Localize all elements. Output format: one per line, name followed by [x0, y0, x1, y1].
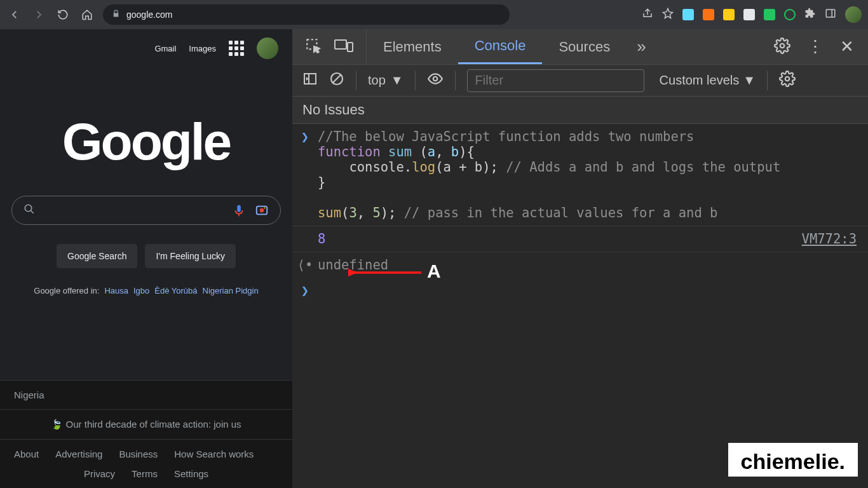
- lens-search-icon[interactable]: [255, 203, 269, 217]
- climate-link[interactable]: Our third decade of climate action: join…: [66, 419, 241, 430]
- svg-rect-9: [348, 43, 353, 51]
- clear-console-icon[interactable]: [329, 71, 344, 90]
- console-body: ❯ //The below JavaScript function adds t…: [292, 124, 868, 488]
- reload-button[interactable]: [55, 6, 71, 23]
- svg-line-14: [333, 75, 341, 83]
- browser-bar: google.com: [0, 0, 868, 29]
- footer-region: Nigeria: [0, 380, 292, 409]
- svg-point-2: [25, 205, 32, 212]
- leaf-icon: 🍃: [51, 419, 63, 430]
- back-button[interactable]: [6, 6, 23, 23]
- search-box[interactable]: [11, 196, 281, 225]
- lang-link-2[interactable]: Èdè Yorùbá: [154, 286, 197, 295]
- watermark: chiemelie.: [728, 443, 858, 477]
- extension-icon-3[interactable]: [723, 9, 735, 20]
- svg-line-3: [31, 210, 34, 214]
- extension-icon-2[interactable]: [703, 9, 714, 20]
- offered-languages: Google offered in: Hausa Igbo Èdè Yorùbá…: [0, 286, 292, 295]
- tab-console[interactable]: Console: [458, 29, 543, 64]
- gmail-link[interactable]: Gmail: [154, 44, 176, 53]
- extension-icon-1[interactable]: [682, 9, 694, 20]
- google-page: Gmail Images Google Google Search I'm Fe: [0, 29, 292, 488]
- devtools-settings-icon[interactable]: [774, 37, 790, 57]
- footer-settings[interactable]: Settings: [174, 468, 208, 479]
- google-search-button[interactable]: Google Search: [57, 244, 137, 268]
- log-levels-selector[interactable]: Custom levels ▼: [660, 73, 756, 88]
- svg-rect-0: [826, 10, 835, 17]
- extension-icon-5[interactable]: [764, 9, 775, 20]
- offered-label: Google offered in:: [34, 286, 99, 295]
- lang-link-3[interactable]: Nigerian Pidgin: [203, 286, 259, 295]
- svg-point-5: [260, 208, 264, 212]
- console-sidebar-toggle-icon[interactable]: [302, 71, 318, 90]
- prompt-chevron-icon: ❯: [301, 283, 309, 298]
- live-expression-icon[interactable]: [427, 71, 444, 90]
- lock-icon: [112, 10, 120, 20]
- console-output-row: 8 VM772:3: [292, 226, 868, 252]
- tab-elements[interactable]: Elements: [367, 29, 458, 64]
- footer-terms[interactable]: Terms: [132, 468, 158, 479]
- footer-advertising[interactable]: Advertising: [55, 449, 102, 459]
- console-toolbar: top ▼ Custom levels ▼: [292, 65, 868, 97]
- search-icon: [24, 203, 35, 218]
- apps-grid-icon[interactable]: [229, 41, 244, 56]
- svg-rect-11: [304, 74, 316, 84]
- devtools-close-icon[interactable]: ✕: [840, 37, 854, 57]
- omnibox[interactable]: google.com: [103, 4, 510, 25]
- device-toggle-icon[interactable]: [334, 37, 353, 57]
- footer-business[interactable]: Business: [119, 449, 158, 459]
- code-input[interactable]: //The below JavaScript function adds two…: [318, 129, 868, 220]
- bookmark-star-icon[interactable]: [662, 8, 674, 22]
- lang-link-1[interactable]: Igbo: [133, 286, 149, 295]
- source-link[interactable]: VM772:3: [802, 231, 868, 247]
- share-icon[interactable]: [642, 8, 653, 22]
- tab-more[interactable]: »: [627, 29, 656, 64]
- google-footer: Nigeria 🍃 Our third decade of climate ac…: [0, 380, 292, 488]
- console-output-value: 8: [318, 231, 325, 247]
- voice-search-icon[interactable]: [232, 203, 246, 217]
- account-avatar[interactable]: [257, 37, 278, 59]
- chevron-down-icon: ▼: [743, 73, 756, 88]
- console-prompt-row[interactable]: ❯: [292, 278, 868, 303]
- inspect-element-icon[interactable]: [305, 37, 322, 57]
- footer-how-search[interactable]: How Search works: [174, 449, 254, 459]
- profile-avatar[interactable]: [845, 6, 862, 23]
- footer-privacy[interactable]: Privacy: [84, 468, 115, 479]
- forward-button[interactable]: [31, 6, 47, 23]
- svg-rect-8: [335, 40, 346, 49]
- devtools-menu-icon[interactable]: ⋮: [807, 37, 824, 57]
- annotation-label: A: [427, 261, 441, 282]
- console-filter-input[interactable]: [467, 69, 644, 92]
- execution-context-selector[interactable]: top ▼: [368, 73, 403, 88]
- annotation-arrow: [348, 266, 424, 279]
- home-button[interactable]: [79, 6, 95, 23]
- panel-icon[interactable]: [825, 8, 836, 22]
- chevron-down-icon: ▼: [391, 73, 403, 88]
- url-text: google.com: [126, 10, 172, 20]
- svg-point-6: [264, 207, 265, 208]
- toolbar-icons: [642, 6, 862, 23]
- console-settings-icon[interactable]: [779, 71, 796, 90]
- devtools: Elements Console Sources » ⋮ ✕ top ▼: [292, 29, 868, 488]
- console-input-row: ❯ //The below JavaScript function adds t…: [292, 124, 868, 226]
- svg-point-16: [785, 77, 790, 81]
- return-chevron-icon: ⟨•: [297, 257, 313, 273]
- prompt-chevron-icon: ❯: [301, 129, 309, 144]
- lang-link-0[interactable]: Hausa: [104, 286, 128, 295]
- svg-point-15: [433, 77, 437, 81]
- issues-bar[interactable]: No Issues: [292, 97, 868, 124]
- tab-sources[interactable]: Sources: [542, 29, 627, 64]
- extension-icon-4[interactable]: [743, 9, 755, 20]
- extension-icon-6[interactable]: [784, 9, 796, 20]
- devtools-tabs: Elements Console Sources » ⋮ ✕: [292, 29, 868, 65]
- google-logo: Google: [62, 112, 230, 172]
- google-header: Gmail Images: [0, 29, 292, 67]
- feeling-lucky-button[interactable]: I'm Feeling Lucky: [145, 244, 236, 268]
- svg-point-10: [780, 43, 785, 48]
- extensions-puzzle-icon[interactable]: [804, 8, 816, 22]
- images-link[interactable]: Images: [189, 44, 216, 53]
- footer-about[interactable]: About: [14, 449, 39, 459]
